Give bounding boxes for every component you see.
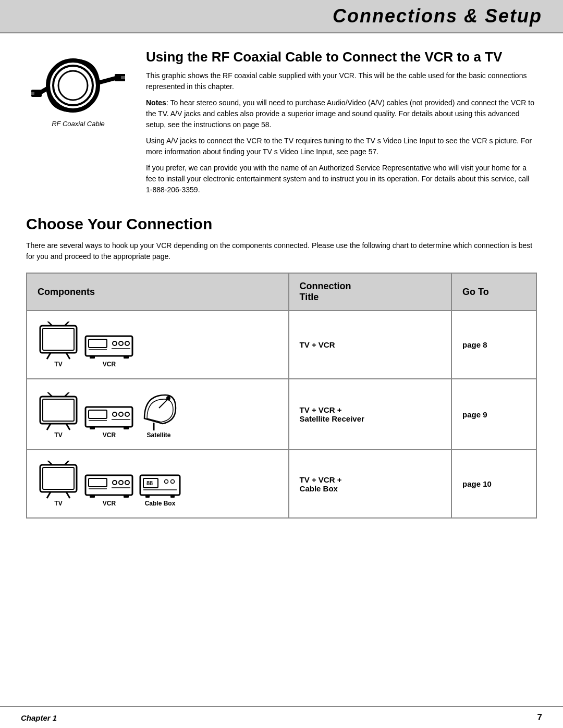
col-header-components: Components [27, 273, 289, 311]
components-cell-3: TV [27, 450, 289, 518]
rf-cable-caption: RF Coaxial Cable [52, 120, 105, 128]
rf-coaxial-section: RF Coaxial Cable Using the RF Coaxial Ca… [26, 49, 537, 201]
rf-para-4: If you prefer, we can provide you with t… [146, 163, 537, 195]
connection-table: Components ConnectionTitle Go To [26, 273, 537, 519]
svg-rect-37 [90, 427, 95, 429]
title-cell-3: TV + VCR +Cable Box [289, 450, 451, 518]
svg-point-19 [125, 341, 129, 346]
vcr-icon-3: VCR [84, 471, 134, 507]
component-icons-3: TV [38, 455, 278, 512]
component-icons-2: TV [38, 385, 278, 444]
svg-line-12 [66, 353, 70, 359]
choose-heading: Choose Your Connection [26, 215, 537, 233]
svg-text:88: 88 [146, 480, 153, 486]
svg-point-50 [113, 480, 117, 485]
choose-intro: There are several ways to hook up your V… [26, 240, 537, 262]
svg-rect-8 [31, 92, 34, 95]
rf-para-1: This graphic shows the RF coaxial cable … [146, 70, 537, 92]
footer-chapter: Chapter 1 [21, 713, 57, 722]
main-content: RF Coaxial Cable Using the RF Coaxial Ca… [0, 33, 563, 534]
goto-cell-3: page 10 [451, 450, 536, 518]
svg-rect-22 [90, 356, 95, 359]
svg-line-26 [47, 424, 51, 430]
svg-line-40 [159, 399, 168, 408]
svg-line-27 [66, 424, 70, 430]
table-row-1: TV [27, 311, 536, 379]
rf-cable-image [31, 49, 125, 117]
svg-rect-63 [145, 495, 150, 498]
svg-rect-31 [89, 410, 107, 418]
svg-point-41 [166, 396, 170, 400]
rf-text-area: Using the RF Coaxial Cable to Connect th… [146, 49, 537, 201]
table-row-2: TV [27, 379, 536, 450]
satellite-icon: Satellite [139, 390, 178, 439]
rf-heading: Using the RF Coaxial Cable to Connect th… [146, 49, 537, 65]
svg-rect-16 [89, 339, 107, 348]
svg-rect-38 [124, 427, 129, 429]
svg-rect-9 [40, 326, 77, 353]
vcr-icon-1: VCR [84, 332, 134, 368]
svg-rect-24 [40, 397, 77, 424]
footer-page-number: 7 [537, 712, 542, 723]
svg-rect-10 [43, 328, 74, 350]
svg-point-52 [125, 480, 129, 485]
components-cell-1: TV [27, 311, 289, 379]
svg-rect-56 [124, 495, 129, 498]
svg-line-3 [98, 78, 117, 83]
svg-line-44 [47, 492, 51, 498]
components-cell-2: TV [27, 379, 289, 450]
goto-cell-2: page 9 [451, 379, 536, 450]
svg-line-45 [66, 492, 70, 498]
vcr-icon-2: VCR [84, 403, 134, 439]
svg-rect-23 [124, 356, 129, 359]
choose-section: Choose Your Connection There are several… [26, 215, 537, 519]
rf-para-3: Using A/V jacks to connect the VCR to th… [146, 135, 537, 157]
svg-point-51 [119, 480, 123, 485]
title-cell-2: TV + VCR +Satellite Receiver [289, 379, 451, 450]
component-icons-1: TV [38, 316, 278, 373]
title-cell-1: TV + VCR [289, 311, 451, 379]
svg-point-34 [125, 412, 129, 416]
svg-rect-64 [170, 495, 175, 498]
page-footer: Chapter 1 7 [0, 706, 563, 728]
svg-point-60 [165, 480, 168, 484]
svg-point-17 [113, 341, 117, 346]
table-row-3: TV [27, 450, 536, 518]
svg-rect-25 [43, 399, 74, 421]
svg-rect-43 [43, 467, 74, 489]
page-title: Connections & Setup [0, 5, 542, 27]
cable-box-icon: 88 Cable Box [139, 471, 181, 507]
svg-line-11 [47, 353, 51, 359]
svg-point-2 [58, 71, 88, 100]
svg-rect-42 [40, 465, 77, 492]
svg-point-61 [171, 480, 175, 484]
rf-image-area: RF Coaxial Cable [26, 49, 130, 201]
goto-cell-1: page 8 [451, 311, 536, 379]
col-header-connection-title: ConnectionTitle [289, 273, 451, 311]
rf-para-2: Notes: To hear stereo sound, you will ne… [146, 97, 537, 130]
svg-point-33 [119, 412, 123, 416]
tv-icon-1: TV [38, 322, 79, 368]
tv-icon-2: TV [38, 392, 79, 439]
svg-rect-55 [90, 495, 95, 498]
svg-point-18 [119, 341, 123, 346]
tv-icon-3: TV [38, 461, 79, 507]
page-header: Connections & Setup [0, 0, 563, 33]
svg-point-32 [113, 412, 117, 416]
svg-rect-6 [121, 76, 125, 79]
svg-rect-49 [89, 478, 107, 487]
col-header-goto: Go To [451, 273, 536, 311]
